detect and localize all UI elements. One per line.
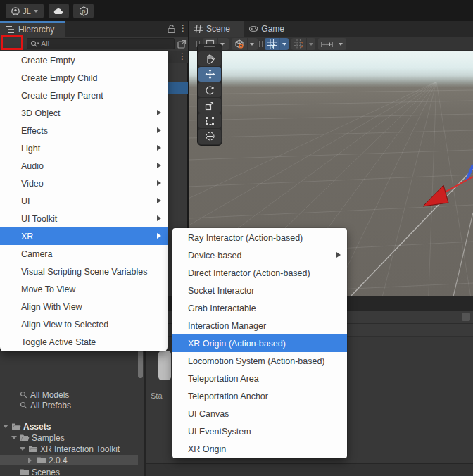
hierarchy-search-input[interactable]: All [27, 38, 175, 49]
submenu-arrow-icon [157, 110, 161, 115]
cloud-button[interactable] [49, 4, 69, 18]
tree-item-xr-interaction-toolkit[interactable]: XR Interaction Toolkit [0, 444, 144, 454]
hierarchy-menu-kebab-icon[interactable]: ⋮ [179, 25, 187, 32]
favorite-all-models[interactable]: All Models [0, 389, 144, 400]
submenu-item-ui-canvas[interactable]: UI Canvas [172, 405, 347, 422]
account-label: JL [23, 7, 31, 15]
grid-size-caret[interactable] [336, 38, 344, 50]
transform-tool-icon [205, 131, 215, 142]
search-icon [30, 40, 39, 48]
submenu-item-locomotion-system[interactable]: Locomotion System (Action-based) [172, 352, 347, 370]
main-toolbar: JL p [0, 0, 473, 21]
menu-item-create-empty-parent[interactable]: Create Empty Parent [0, 87, 168, 104]
submenu-arrow-icon [157, 198, 161, 203]
submenu-item-xr-origin-action-based[interactable]: XR Origin (Action-based) [172, 334, 347, 352]
account-button[interactable]: JL [6, 4, 44, 18]
tree-scrollbar-thumb[interactable] [138, 350, 143, 378]
folder-icon [37, 456, 46, 464]
submenu-item-interaction-manager[interactable]: Interaction Manager [172, 317, 347, 334]
picker-popout-icon[interactable] [177, 39, 187, 49]
menu-item-ui[interactable]: UI [0, 192, 168, 210]
rotate-tool-button[interactable] [198, 82, 221, 97]
tab-scene-label: Scene [206, 24, 230, 34]
hand-tool-button[interactable] [198, 51, 221, 66]
grid-visibility-caret[interactable] [279, 38, 288, 50]
menu-item-move-to-view[interactable]: Move To View [0, 280, 168, 298]
grid-size-button[interactable] [318, 38, 346, 50]
submenu-item-ui-eventsystem[interactable]: UI EventSystem [172, 422, 347, 440]
submenu-item-socket-interactor[interactable]: Socket Interactor [172, 282, 347, 299]
asset-icon[interactable] [158, 351, 171, 380]
grid-visibility-button[interactable]: Y [265, 38, 289, 50]
tab-hierarchy[interactable]: Hierarchy [0, 21, 65, 37]
plastic-scm-button[interactable]: p [73, 4, 94, 18]
submenu-arrow-icon [157, 145, 161, 151]
tool-palette [197, 44, 222, 146]
grid-axis-icon: Y [267, 39, 277, 49]
menu-item-create-empty[interactable]: Create Empty [0, 51, 168, 69]
snap-increment-caret[interactable] [306, 38, 315, 50]
tree-item-scenes[interactable]: Scenes [0, 467, 144, 476]
game-gamepad-icon [249, 25, 258, 32]
menu-item-audio[interactable]: Audio [0, 157, 168, 175]
menu-item-effects[interactable]: Effects [0, 122, 168, 139]
scale-tool-button[interactable] [198, 98, 221, 113]
foldout-open-icon[interactable] [11, 436, 17, 439]
favorite-all-prefabs[interactable]: All Prefabs [0, 400, 144, 411]
menu-item-video[interactable]: Video [0, 175, 168, 192]
tree-item-2-0-4[interactable]: 2.0.4 [0, 455, 138, 465]
menu-item-toggle-active-state[interactable]: Toggle Active State [0, 333, 168, 351]
move-tool-button[interactable] [198, 67, 221, 82]
menu-item-visual-scripting-scene-variables[interactable]: Visual Scripting Scene Variables [0, 263, 168, 280]
tab-scene[interactable]: Scene [189, 21, 244, 37]
submenu-item-teleportation-anchor[interactable]: Teleportation Anchor [172, 387, 347, 405]
menu-item-camera[interactable]: Camera [0, 245, 168, 263]
menu-item-3d-object[interactable]: 3D Object [0, 104, 168, 122]
gizmo-red-axis-cone[interactable] [423, 185, 448, 206]
foldout-open-icon[interactable] [3, 425, 8, 428]
tab-game[interactable]: Game [244, 21, 290, 37]
overlay-drag-handle-2[interactable] [259, 41, 263, 47]
submenu-item-teleportation-area[interactable]: Teleportation Area [172, 370, 347, 387]
plastic-scm-icon: p [79, 6, 89, 16]
menu-item-align-view-to-selected[interactable]: Align View to Selected [0, 315, 168, 333]
foldout-open-icon[interactable] [20, 447, 25, 451]
svg-text:p: p [82, 8, 85, 15]
scene-header-kebab-icon[interactable]: ⋮ [178, 53, 187, 60]
account-icon [11, 7, 20, 15]
lock-icon[interactable] [168, 25, 175, 33]
menu-item-create-empty-child[interactable]: Create Empty Child [0, 69, 168, 87]
hierarchy-tabbar: Hierarchy ⋮ [0, 21, 188, 37]
submenu-item-direct-interactor[interactable]: Direct Interactor (Action-based) [172, 264, 347, 282]
gizmo-red-axis-line[interactable] [443, 177, 473, 193]
scene-tabbar: Scene Game [189, 21, 473, 37]
submenu-item-device-based[interactable]: Device-based [172, 246, 347, 264]
snap-increment-button[interactable] [291, 38, 315, 50]
scene-visibility-button[interactable] [232, 38, 258, 50]
submenu-item-xr-origin[interactable]: XR Origin [172, 440, 347, 458]
menu-item-xr[interactable]: XR [0, 227, 168, 245]
hand-tool-icon [205, 54, 215, 64]
folder-open-icon [11, 422, 21, 430]
submenu-item-ray-interactor[interactable]: Ray Interactor (Action-based) [172, 229, 347, 246]
scene-visibility-caret[interactable] [247, 38, 256, 50]
project-options-button[interactable] [462, 313, 470, 321]
submenu-arrow-icon [157, 180, 161, 186]
rect-tool-button[interactable] [198, 113, 221, 128]
search-value: All [41, 39, 49, 48]
folder-icon [20, 468, 30, 476]
tool-palette-drag-handle[interactable] [198, 44, 222, 51]
account-caret-icon [34, 10, 38, 13]
hierarchy-icon [6, 26, 15, 34]
foldout-closed-icon[interactable] [28, 458, 32, 463]
rotate-tool-icon [205, 85, 215, 95]
scale-tool-icon [205, 101, 215, 111]
tree-item-assets[interactable]: Assets [0, 421, 144, 432]
menu-item-light[interactable]: Light [0, 139, 168, 157]
tree-item-samples[interactable]: Samples [0, 432, 144, 443]
menu-item-ui-toolkit[interactable]: UI Toolkit [0, 210, 168, 227]
submenu-item-grab-interactable[interactable]: Grab Interactable [172, 299, 347, 317]
transform-tool-button[interactable] [198, 129, 221, 144]
grid-major-line [351, 169, 473, 296]
menu-item-align-with-view[interactable]: Align With View [0, 298, 168, 315]
